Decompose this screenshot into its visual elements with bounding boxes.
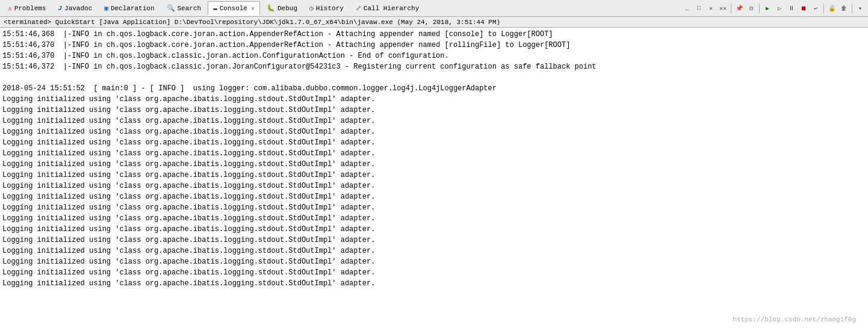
- tab-callhierarchy[interactable]: ⤢ Call Hierarchy: [350, 1, 424, 16]
- log-line: 15:51:46,368 |-INFO in ch.qos.logback.co…: [2, 29, 866, 40]
- log-line: Logging initialized using 'class org.apa…: [2, 181, 866, 191]
- suspend-btn[interactable]: ⏸: [786, 3, 797, 14]
- toolbar-sep-1: [731, 4, 731, 13]
- log-line: Logging initialized using 'class org.apa…: [2, 246, 866, 256]
- log-line: Logging initialized using 'class org.apa…: [2, 278, 866, 289]
- tab-debug-label: Debug: [277, 5, 297, 12]
- log-line: Logging initialized using 'class org.apa…: [2, 213, 866, 224]
- tab-search-label: Search: [178, 5, 202, 12]
- tab-history[interactable]: ◷ History: [304, 1, 349, 16]
- close-view-btn[interactable]: ✕: [705, 3, 716, 14]
- toolbar-right: _ □ ✕ ✕✕ 📌 ⊟ ▶ ▷ ⏸ ⏹ ↩ 🔒 🗑 ▾: [681, 3, 866, 14]
- status-text: <terminated> QuickStart [Java Applicatio…: [4, 19, 500, 26]
- log-line: 15:51:46,370 |-INFO in ch.qos.logback.cl…: [2, 51, 866, 61]
- log-line: Logging initialized using 'class org.apa…: [2, 126, 866, 137]
- log-line: Logging initialized using 'class org.apa…: [2, 224, 866, 235]
- tab-history-label: History: [316, 5, 344, 12]
- tab-javadoc-label: Javadoc: [64, 5, 92, 12]
- disconnect-btn[interactable]: ↩: [810, 3, 821, 14]
- log-line: Logging initialized using 'class org.apa…: [2, 170, 866, 181]
- tab-debug[interactable]: 🐛 Debug: [261, 1, 303, 16]
- tab-console[interactable]: ▬ Console ✕: [208, 1, 260, 16]
- pin-btn[interactable]: 📌: [734, 3, 745, 14]
- tab-declaration[interactable]: ▣ Declaration: [99, 1, 160, 16]
- stop-btn[interactable]: ⏹: [798, 3, 809, 14]
- log-line: Logging initialized using 'class org.apa…: [2, 94, 866, 105]
- clear-btn[interactable]: 🗑: [839, 3, 849, 14]
- tab-search[interactable]: 🔍 Search: [161, 1, 207, 16]
- tab-declaration-label: Declaration: [111, 5, 155, 12]
- console-icon: ▬: [213, 5, 217, 12]
- declaration-icon: ▣: [104, 4, 108, 12]
- log-line: Logging initialized using 'class org.apa…: [2, 148, 866, 159]
- debug-run-btn[interactable]: ▷: [774, 3, 785, 14]
- log-line: [2, 72, 866, 83]
- layout-btn[interactable]: ⊟: [746, 3, 757, 14]
- javadoc-icon: J: [58, 5, 62, 12]
- log-line: Logging initialized using 'class org.apa…: [2, 137, 866, 148]
- log-line: Logging initialized using 'class org.apa…: [2, 202, 866, 213]
- status-bar: <terminated> QuickStart [Java Applicatio…: [0, 17, 868, 28]
- run-btn[interactable]: ▶: [762, 3, 773, 14]
- log-line: Logging initialized using 'class org.apa…: [2, 105, 866, 116]
- log-line: Logging initialized using 'class org.apa…: [2, 256, 866, 267]
- history-icon: ◷: [309, 4, 314, 12]
- tab-console-label: Console: [220, 5, 247, 12]
- log-line: Logging initialized using 'class org.apa…: [2, 267, 866, 278]
- log-line: Logging initialized using 'class org.apa…: [2, 159, 866, 170]
- maximize-btn[interactable]: □: [693, 3, 704, 14]
- log-line: 15:51:46,372 |-INFO in ch.qos.logback.cl…: [2, 61, 866, 72]
- view-menu-btn[interactable]: ▾: [855, 3, 866, 14]
- tab-javadoc[interactable]: J Javadoc: [52, 1, 98, 16]
- callhierarchy-icon: ⤢: [356, 4, 361, 12]
- problems-icon: ⚠: [8, 4, 12, 12]
- log-container: 15:51:46,368 |-INFO in ch.qos.logback.co…: [2, 29, 866, 289]
- log-line: 2018-05-24 15:51:52 [ main:0 ] - [ INFO …: [2, 83, 866, 94]
- watermark: https://blog.csdn.net/zhang1f0g: [733, 316, 856, 323]
- console-output[interactable]: 15:51:46,368 |-INFO in ch.qos.logback.co…: [0, 28, 868, 328]
- log-line: Logging initialized using 'class org.apa…: [2, 235, 866, 246]
- toolbar-sep-4: [852, 4, 852, 13]
- toolbar-sep-2: [759, 4, 760, 13]
- scroll-lock-btn[interactable]: 🔒: [826, 3, 837, 14]
- tab-problems[interactable]: ⚠ Problems: [2, 1, 51, 16]
- log-line: 15:51:46,370 |-INFO in ch.qos.logback.co…: [2, 40, 866, 51]
- tab-bar: ⚠ Problems J Javadoc ▣ Declaration 🔍 Sea…: [0, 0, 868, 17]
- tab-problems-label: Problems: [14, 5, 46, 12]
- debug-icon: 🐛: [267, 4, 275, 12]
- tab-callhierarchy-label: Call Hierarchy: [364, 5, 419, 12]
- search-icon: 🔍: [167, 4, 175, 12]
- log-line: Logging initialized using 'class org.apa…: [2, 191, 866, 202]
- minimize-btn[interactable]: _: [681, 3, 692, 14]
- console-close-icon[interactable]: ✕: [251, 5, 255, 12]
- toolbar-sep-3: [823, 4, 824, 13]
- log-line: Logging initialized using 'class org.apa…: [2, 116, 866, 126]
- close-all-btn[interactable]: ✕✕: [718, 3, 728, 14]
